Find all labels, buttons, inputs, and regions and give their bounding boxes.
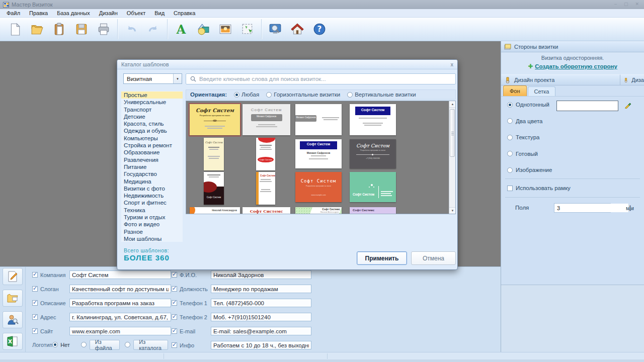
new-document-icon[interactable] <box>4 19 26 39</box>
background-option-radio[interactable] <box>507 102 513 108</box>
design-project-header[interactable]: Дизайн проекта <box>501 74 620 85</box>
excel-export-icon[interactable]: X <box>3 333 23 350</box>
color-swatch[interactable] <box>556 101 618 111</box>
card-type-dropdown[interactable]: Визитная ▼ <box>123 73 182 84</box>
field-input[interactable] <box>69 299 171 307</box>
category-item[interactable]: Детские <box>121 113 183 120</box>
template-card[interactable]: Софт Систем Разработка программ на заказ <box>190 104 240 135</box>
template-card[interactable]: Софт Систем Разработка программ на заказ… <box>295 172 342 202</box>
field-input[interactable] <box>69 313 171 321</box>
help-icon[interactable]: ? <box>308 19 331 39</box>
field-input[interactable] <box>211 299 311 307</box>
search-input[interactable] <box>199 76 455 82</box>
field-input[interactable] <box>211 341 311 349</box>
paste-icon[interactable] <box>48 19 70 39</box>
background-option-radio[interactable] <box>507 135 513 140</box>
open-catalog-icon[interactable] <box>3 290 23 307</box>
field-input[interactable] <box>211 327 311 335</box>
field-input[interactable] <box>211 313 311 321</box>
create-back-side-link[interactable]: Создать оборотную сторону <box>535 63 617 69</box>
field-checkbox[interactable] <box>32 286 38 292</box>
field-checkbox[interactable] <box>32 328 38 334</box>
logo-from-file-button[interactable]: Из файла <box>90 340 120 350</box>
category-item[interactable]: Фото и видео <box>121 221 183 228</box>
design-tab[interactable]: Сетка <box>528 86 556 96</box>
design-tab[interactable]: Фон <box>503 85 527 96</box>
category-item[interactable]: Визитки с фото <box>121 185 183 192</box>
field-checkbox[interactable] <box>32 272 38 278</box>
design-partial-header[interactable]: Диза <box>620 74 644 85</box>
scroll-down-icon[interactable]: ▼ <box>449 207 456 214</box>
category-item[interactable]: Универсальные <box>121 99 183 106</box>
template-card[interactable]: Николай Александров <box>190 207 240 214</box>
field-input[interactable] <box>211 270 311 279</box>
category-item[interactable]: Образование <box>121 149 183 156</box>
home-icon[interactable] <box>286 19 308 39</box>
templates-scrollbar[interactable]: ▲ ▼ <box>449 101 455 214</box>
field-checkbox[interactable] <box>172 272 177 278</box>
logo-file-radio[interactable] <box>81 342 87 347</box>
minimize-icon[interactable]: – <box>614 2 617 7</box>
template-card[interactable]: Софт Систем <box>204 138 224 170</box>
margins-input[interactable] <box>554 204 628 212</box>
logo-none-radio[interactable] <box>52 342 58 347</box>
template-card[interactable]: Софт Системс <box>243 207 290 214</box>
template-card[interactable]: Софт Системс Николай Александров <box>295 207 342 214</box>
template-card[interactable]: Софт Систем Разработка программ на заказ… <box>350 139 396 168</box>
scroll-up-icon[interactable]: ▲ <box>449 101 456 108</box>
menu-item[interactable]: Справка <box>169 10 200 17</box>
template-card[interactable]: Софт Систем <box>256 172 275 205</box>
menu-item[interactable]: Правка <box>25 10 52 17</box>
orientation-radio[interactable] <box>266 92 272 98</box>
category-item[interactable]: Одежда и обувь <box>121 127 183 134</box>
use-frame-checkbox[interactable] <box>507 186 513 191</box>
field-checkbox[interactable] <box>32 314 38 320</box>
background-option-radio[interactable] <box>507 167 513 173</box>
chevron-down-icon[interactable]: ▼ <box>173 74 182 83</box>
orientation-radio[interactable] <box>234 92 239 98</box>
category-item[interactable]: Туризм и отдых <box>121 214 183 221</box>
template-card[interactable]: Софт Систем Михаил Сафронов <box>243 104 290 135</box>
field-input[interactable] <box>211 285 311 293</box>
category-item[interactable]: Транспорт <box>121 106 183 113</box>
background-option-radio[interactable] <box>507 118 513 124</box>
menu-item[interactable]: Объект <box>122 10 150 17</box>
template-card[interactable]: Софт Системс <box>350 207 396 214</box>
category-item[interactable]: Красота, стиль <box>121 120 183 127</box>
template-card[interactable]: Софт Систем Михаил Сафронов <box>295 139 342 168</box>
scrollbar-thumb[interactable] <box>450 109 455 157</box>
insert-clipart-icon[interactable] <box>236 19 259 39</box>
field-checkbox[interactable] <box>32 300 38 306</box>
logo-from-catalog-button[interactable]: Из каталога <box>133 340 168 350</box>
category-item[interactable]: Разное <box>121 228 183 235</box>
category-item[interactable]: Стройка и ремонт <box>121 142 183 149</box>
menu-item[interactable]: Файл <box>2 10 25 17</box>
cancel-button[interactable]: Отмена <box>411 251 456 265</box>
category-item[interactable]: Спорт и фитнес <box>121 199 183 206</box>
add-shape-icon[interactable] <box>192 19 214 39</box>
background-option-radio[interactable] <box>507 151 513 156</box>
print-icon[interactable] <box>93 19 115 39</box>
edit-card-icon[interactable] <box>3 268 23 285</box>
menu-item[interactable]: База данных <box>52 10 95 17</box>
maximize-icon[interactable]: ▢ <box>624 2 628 7</box>
category-item[interactable]: Компьютеры <box>121 135 183 142</box>
field-checkbox[interactable] <box>172 314 177 320</box>
dialog-close-icon[interactable]: x <box>450 62 453 67</box>
logo-catalog-radio[interactable] <box>125 342 130 347</box>
save-icon[interactable] <box>70 19 93 39</box>
category-item[interactable]: Техника <box>121 207 183 214</box>
add-image-icon[interactable] <box>214 19 236 39</box>
orientation-radio[interactable] <box>347 92 353 98</box>
category-item[interactable]: Недвижимость <box>121 192 183 199</box>
field-input[interactable] <box>69 285 171 293</box>
field-checkbox[interactable] <box>172 286 177 292</box>
add-text-icon[interactable]: A <box>170 19 192 39</box>
field-checkbox[interactable] <box>172 328 177 334</box>
menu-item[interactable]: Вид <box>150 10 169 17</box>
template-card[interactable]: Софт Систем <box>350 172 396 202</box>
close-icon[interactable]: ✕ <box>635 2 639 7</box>
card-sides-header[interactable]: Стороны визитки <box>501 41 644 52</box>
category-item[interactable]: Питание <box>121 163 183 170</box>
field-checkbox[interactable] <box>172 300 177 306</box>
